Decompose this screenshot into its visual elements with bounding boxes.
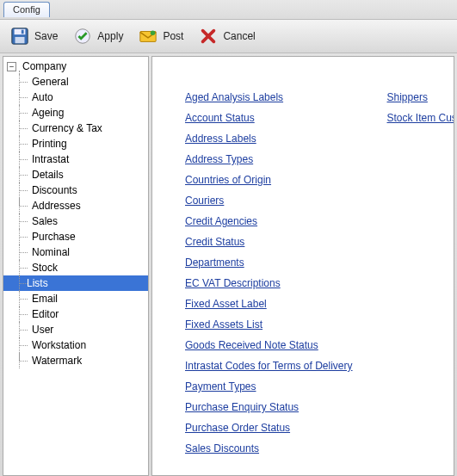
config-tree: − Company GeneralAutoAgeingCurrency & Ta… xyxy=(3,59,148,368)
link-account-status[interactable]: Account Status xyxy=(185,112,353,124)
tree-label: Nominal xyxy=(29,245,72,259)
cancel-icon xyxy=(199,27,218,46)
tree-node-nominal[interactable]: Nominal xyxy=(3,244,148,260)
link-countries-of-origin[interactable]: Countries of Origin xyxy=(185,174,353,186)
link-address-types[interactable]: Address Types xyxy=(185,153,353,165)
apply-label: Apply xyxy=(97,30,123,42)
svg-point-6 xyxy=(151,31,156,36)
tree-label: Email xyxy=(29,292,60,306)
tree-label: Lists xyxy=(24,276,51,290)
link-fixed-assets-list[interactable]: Fixed Assets List xyxy=(185,318,353,331)
link-couriers[interactable]: Couriers xyxy=(185,195,353,207)
tree-label: Currency & Tax xyxy=(29,121,105,135)
link-address-labels[interactable]: Address Labels xyxy=(185,133,353,145)
link-stock-item-custom-parameter-labels[interactable]: Stock Item Custom Parameter Labels xyxy=(387,112,454,124)
tree-label: Intrastat xyxy=(29,152,71,166)
link-ec-vat-descriptions[interactable]: EC VAT Descriptions xyxy=(185,277,353,289)
tree-label: Sales xyxy=(29,214,60,228)
tree-label: Stock xyxy=(29,261,60,275)
envelope-icon xyxy=(139,27,157,46)
post-button[interactable]: Post xyxy=(135,25,187,47)
link-sales-discounts[interactable]: Sales Discounts xyxy=(185,442,353,454)
tree-label: Discounts xyxy=(29,183,80,197)
tree-node-lists[interactable]: Lists xyxy=(3,275,148,291)
tab-label: Config xyxy=(13,4,40,15)
tree-node-discounts[interactable]: Discounts xyxy=(3,182,148,198)
tree-node-workstation[interactable]: Workstation xyxy=(3,337,148,353)
collapse-icon[interactable]: − xyxy=(7,62,16,71)
tree-node-watermark[interactable]: Watermark xyxy=(3,353,148,368)
post-label: Post xyxy=(163,30,183,42)
link-intrastat-codes-for-terms-of-delivery[interactable]: Intrastat Codes for Terms of Delivery xyxy=(185,360,353,372)
tree-panel: − Company GeneralAutoAgeingCurrency & Ta… xyxy=(3,56,149,476)
link-credit-agencies[interactable]: Credit Agencies xyxy=(185,215,353,227)
links-column-left: Aged Analysis LabelsAccount StatusAddres… xyxy=(185,91,353,454)
link-departments[interactable]: Departments xyxy=(185,257,353,269)
tree-node-auto[interactable]: Auto xyxy=(3,90,148,105)
tree-node-company[interactable]: − Company xyxy=(3,59,148,74)
save-label: Save xyxy=(34,30,58,42)
tab-bar: Config xyxy=(0,0,457,19)
tree-label: General xyxy=(29,75,71,89)
link-purchase-enquiry-status[interactable]: Purchase Enquiry Status xyxy=(185,401,353,413)
tree-label: Details xyxy=(29,168,66,182)
link-credit-status[interactable]: Credit Status xyxy=(185,236,353,248)
tree-label: Workstation xyxy=(29,338,89,352)
save-button[interactable]: Save xyxy=(7,25,61,47)
tree-node-ageing[interactable]: Ageing xyxy=(3,105,148,121)
tree-node-addresses[interactable]: Addresses xyxy=(3,198,148,213)
tree-label: Company xyxy=(20,59,69,73)
tree-node-sales[interactable]: Sales xyxy=(3,213,148,229)
tree-label: Watermark xyxy=(29,354,84,368)
link-aged-analysis-labels[interactable]: Aged Analysis Labels xyxy=(185,91,353,103)
cancel-label: Cancel xyxy=(223,30,255,42)
toolbar: Save Apply Post Cancel xyxy=(0,19,457,53)
link-shippers[interactable]: Shippers xyxy=(387,91,454,103)
link-purchase-order-status[interactable]: Purchase Order Status xyxy=(185,422,353,434)
svg-rect-2 xyxy=(15,37,25,43)
tree-node-currency-tax[interactable]: Currency & Tax xyxy=(3,121,148,136)
tree-node-intrastat[interactable]: Intrastat xyxy=(3,151,148,167)
tree-node-user[interactable]: User xyxy=(3,322,148,337)
tree-label: User xyxy=(29,323,56,337)
tree-node-editor[interactable]: Editor xyxy=(3,306,148,322)
tree-label: Purchase xyxy=(29,230,78,244)
tree-node-general[interactable]: General xyxy=(3,74,148,90)
tree-node-purchase[interactable]: Purchase xyxy=(3,229,148,244)
link-fixed-asset-label[interactable]: Fixed Asset Label xyxy=(185,298,353,310)
link-goods-received-note-status[interactable]: Goods Received Note Status xyxy=(185,339,353,351)
tree-label: Auto xyxy=(29,90,56,104)
apply-button[interactable]: Apply xyxy=(70,25,127,47)
tab-config[interactable]: Config xyxy=(3,2,50,17)
tree-node-printing[interactable]: Printing xyxy=(3,136,148,151)
tree-node-stock[interactable]: Stock xyxy=(3,260,148,275)
tree-label: Addresses xyxy=(29,199,83,213)
tree-node-email[interactable]: Email xyxy=(3,291,148,306)
cancel-button[interactable]: Cancel xyxy=(195,25,258,47)
tree-node-details[interactable]: Details xyxy=(3,167,148,182)
svg-rect-3 xyxy=(22,30,24,34)
floppy-icon xyxy=(10,27,29,46)
lists-panel: Aged Analysis LabelsAccount StatusAddres… xyxy=(151,56,454,476)
tree-label: Printing xyxy=(29,137,70,151)
tree-label: Editor xyxy=(29,307,61,321)
link-payment-types[interactable]: Payment Types xyxy=(185,380,353,393)
tree-label: Ageing xyxy=(29,106,66,120)
apply-icon xyxy=(73,27,92,46)
links-column-right: ShippersStock Item Custom Parameter Labe… xyxy=(387,91,454,124)
